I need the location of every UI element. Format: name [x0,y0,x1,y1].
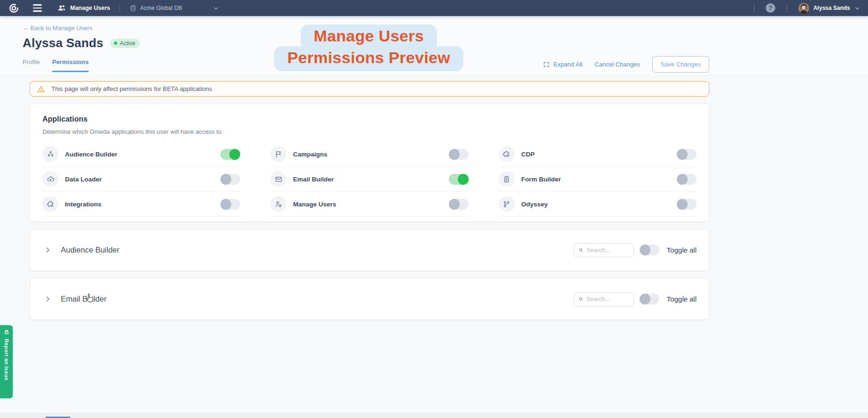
navbar-app-title-label: Manage Users [70,5,110,11]
branch-icon [499,196,515,212]
back-link[interactable]: ← Back to Manage Users [23,25,92,32]
chevron-right-icon[interactable] [42,245,53,255]
cancel-changes-button[interactable]: Cancel Changes [595,61,640,68]
page-title: Alyssa Sands [23,36,104,50]
main-content: This page will only affect permissions f… [30,81,709,320]
section-title: Email Builder [61,295,106,303]
clipboard-icon [499,171,515,187]
section-title: Audience Builder [61,246,120,254]
navbar-app-title: Manage Users [57,4,110,12]
app-row-integrations: Integrations [42,192,240,217]
app-row-data-loader: Data Loader [42,167,240,192]
search-icon [578,296,584,302]
toggle-all-audience-builder[interactable] [640,245,659,255]
applications-title: Applications [42,115,697,123]
section-email-builder: Email Builder Toggle all [30,278,709,320]
applications-grid: Audience Builder Campaigns CDP [42,142,697,217]
toggle-campaigns[interactable] [449,149,469,160]
app-label: Email Builder [293,176,448,183]
avatar [798,3,809,14]
page-header: ← Back to Manage Users Alyssa Sands Acti… [0,16,868,74]
app-row-campaigns: Campaigns [270,142,468,167]
toggle-all-label: Toggle all [667,295,697,303]
users-icon [42,146,58,162]
navbar-divider [120,4,120,12]
chevron-down-icon [213,5,219,11]
warning-text: This page will only affect permissions f… [51,85,212,92]
app-row-cdp: CDP [499,142,697,167]
toggle-manage-users[interactable] [449,199,469,210]
applications-subtitle: Determine which Omeda applications this … [42,128,697,135]
status-label: Active [120,40,136,47]
app-label: Audience Builder [65,151,220,158]
user-gear-icon [270,196,286,212]
navbar-divider [754,4,754,12]
database-icon [130,5,137,12]
database-name: Acme Global DB [140,5,182,11]
toggle-email-builder[interactable] [449,174,469,185]
toggle-data-loader[interactable] [220,174,240,185]
search-input[interactable] [586,296,629,303]
tab-profile[interactable]: Profile [23,58,40,72]
toggle-form-builder[interactable] [677,174,697,185]
save-changes-button[interactable]: Save Changes [652,56,709,73]
toggle-audience-builder[interactable] [220,149,240,160]
tabs: Profile Permissions [23,58,89,72]
report-issue-tab[interactable]: Report an Issue [0,325,13,398]
search-input[interactable] [586,247,629,254]
chevron-down-icon [854,5,860,11]
app-row-form-builder: Form Builder [499,167,697,192]
tab-permissions[interactable]: Permissions [52,58,89,72]
app-label: Data Loader [65,176,220,183]
users-icon [57,4,66,12]
toggle-integrations[interactable] [220,199,240,210]
section-audience-builder: Audience Builder Toggle all [30,229,709,271]
search-box [574,292,634,306]
applications-card: Applications Determine which Omeda appli… [30,103,709,222]
puzzle-icon [499,146,515,162]
app-label: Form Builder [521,176,677,183]
app-label: CDP [521,151,677,158]
toggle-all-label: Toggle all [667,246,697,254]
expand-all-button[interactable]: Expand All [543,61,582,68]
header-actions: Expand All Cancel Changes Save Changes [543,56,709,74]
user-menu[interactable]: Alyssa Sands [798,3,860,14]
hamburger-menu-icon[interactable] [29,1,45,15]
expand-all-label: Expand All [553,61,582,68]
search-icon [578,247,584,253]
toggle-all-email-builder[interactable] [640,294,659,304]
chevron-right-icon[interactable] [42,294,53,304]
warning-banner: This page will only affect permissions f… [30,81,709,97]
help-button[interactable]: ? [766,3,775,13]
help-icon: ? [769,5,772,11]
cloud-upload-icon [42,171,58,187]
app-row-audience-builder: Audience Builder [42,142,240,167]
report-issue-label: Report an Issue [4,339,9,381]
expand-icon [543,61,550,68]
envelope-icon [270,171,286,187]
navbar-divider [787,4,787,12]
search-box [574,243,634,257]
bottom-band [0,413,868,418]
app-row-odyssey: Odyssey [499,192,697,217]
navbar-right: ? Alyssa Sands [748,3,860,14]
app-label: Integrations [65,201,220,208]
app-row-email-builder: Email Builder [270,167,468,192]
app-label: Manage Users [293,201,448,208]
status-dot-icon [114,41,117,45]
top-navbar: Manage Users Acme Global DB ? [0,0,868,16]
database-selector[interactable]: Acme Global DB [130,5,219,12]
toggle-odyssey[interactable] [677,199,697,210]
flag-icon [270,146,286,162]
omeda-logo-icon[interactable] [7,1,21,15]
app-row-manage-users: Manage Users [270,192,468,217]
app-label: Campaigns [293,151,448,158]
user-name: Alyssa Sands [813,5,850,11]
app-label: Odyssey [521,201,677,208]
status-badge: Active [110,39,140,48]
puzzle-icon [42,196,58,212]
navbar-left: Manage Users Acme Global DB [7,1,219,15]
bug-icon [3,329,10,336]
toggle-cdp[interactable] [677,149,697,160]
warning-icon [37,85,45,93]
